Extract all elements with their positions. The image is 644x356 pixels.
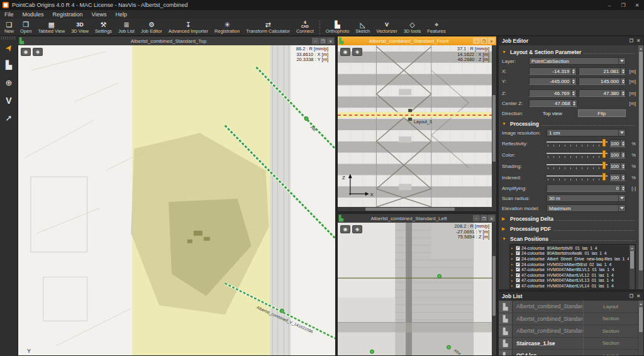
list-scrollbar[interactable]: ▲ [630, 245, 635, 289]
minimize-button[interactable]: – [602, 0, 616, 10]
scan-position-item[interactable]: ▸✔24-colourise_80Albertstlvl9_01_las_1_4 [511, 245, 629, 251]
spinner[interactable] [620, 174, 625, 181]
section-scan-positions[interactable]: ▼ Scan Positions [502, 234, 636, 243]
scan-position-item[interactable]: ▸✔47-colourise_HVM0047AlbertLVL12_01_las… [511, 272, 629, 278]
spinner[interactable] [620, 140, 625, 147]
left-view-canvas[interactable]: Albe [338, 223, 492, 355]
checkbox[interactable]: ✔ [516, 246, 520, 250]
spinner[interactable] [620, 163, 625, 169]
slider-handle[interactable] [602, 139, 606, 147]
scan-position-marker[interactable] [280, 309, 284, 313]
horizontal-scrollbar[interactable] [338, 207, 492, 211]
toolbar-connect[interactable]: 4 CAD Connect [293, 19, 317, 36]
expand-arrow-icon[interactable]: ▸ [511, 284, 514, 287]
layers-toggle[interactable]: ◈ [352, 225, 362, 233]
menu-registration[interactable]: Registration [48, 10, 87, 19]
viewport-front-titlebar[interactable]: ▙ Albertst_combined_Standard_Front – ❐ ✕ [338, 36, 496, 45]
expand-arrow-icon[interactable]: ▸ [511, 273, 514, 277]
viewport-top-titlebar[interactable]: ▙ Albertst_combined_Standard_Top – ❐ ✕ [18, 36, 335, 45]
scan-position-item[interactable]: ▸✔47-colourise_HVM0047AlbertBLVL1_01_las… [511, 267, 629, 272]
spinner[interactable] [620, 152, 625, 158]
toolbar-job-editor[interactable]: ⚙ Job Editor [138, 19, 165, 36]
checkbox[interactable]: ✔ [516, 257, 520, 261]
toolbar-features[interactable]: ⌖ Features [424, 19, 449, 36]
float-panel-button[interactable]: ❐ [630, 38, 633, 43]
toolbar-settings[interactable]: ⚒ Settings [92, 19, 115, 36]
select-cursor-icon[interactable]: ➤ [3, 42, 16, 53]
expand-arrow-icon[interactable]: ▸ [511, 279, 514, 282]
scan-position-item[interactable]: ▸✔24-colourise_80Albertstroofwalk_01_las… [511, 251, 629, 257]
toolbar-3d-tools[interactable]: ◇ 3D tools [401, 19, 425, 36]
point-registration-icon[interactable]: ➚ [6, 113, 13, 123]
scan-positions-toggle[interactable]: ◉ [21, 48, 31, 56]
y-max-field[interactable]: 145.000 [579, 77, 626, 85]
menu-file[interactable]: File [0, 10, 18, 19]
checkbox[interactable]: ✔ [516, 267, 520, 272]
scan-position-item[interactable]: ▸✔47-colourise_HVM0047AlbertLVL13_01_las… [511, 278, 629, 284]
scrollbar-thumb[interactable] [639, 52, 643, 270]
flip-button[interactable]: Flip [578, 109, 626, 117]
job-row[interactable]: ▙ OG4.lse Layout [499, 350, 638, 355]
section-processing-delta[interactable]: ▶ Processing Delta [502, 214, 636, 223]
expand-arrow-icon[interactable]: ▸ [511, 257, 514, 260]
scan-position-marker[interactable] [304, 117, 308, 121]
color-slider[interactable] [547, 150, 608, 159]
toolbar-orthophoto[interactable]: ▙ Orthophoto [323, 19, 353, 36]
checkbox[interactable]: ✔ [516, 284, 520, 288]
job-row[interactable]: ▙ Albertst_combined_Standard Layout [499, 301, 638, 313]
indexed-value[interactable]: 100 [609, 174, 626, 181]
job-row[interactable]: ▙ Albertst_combined_Standard Section [499, 325, 638, 338]
toolbar-job-list[interactable]: ≣ Job List [115, 19, 138, 36]
scroll-up-icon[interactable]: ▲ [630, 245, 635, 250]
menu-modules[interactable]: Modules [18, 10, 48, 19]
section-layout-parameter[interactable]: ▼ Layout & Section Parameter [502, 47, 636, 57]
menu-views[interactable]: Views [87, 10, 111, 19]
toolbar-transform-calculator[interactable]: ⇄ Transform Calculator [243, 19, 293, 36]
layer-dropdown[interactable]: PointCabSection [529, 57, 626, 65]
panel-scrollbar[interactable]: ▲ [638, 45, 643, 289]
scan-position-item[interactable]: ▸✔47-colourise_HVM0047AlbertBlvl2_01_las… [511, 289, 629, 289]
menu-help[interactable]: Help [111, 10, 131, 19]
scan-position-marker[interactable] [447, 345, 451, 349]
section-crosshair-icon[interactable]: ⊕ [6, 77, 13, 88]
job-editor-titlebar[interactable]: Job Editor ❐ ✕ [499, 36, 643, 45]
slider-handle[interactable] [602, 150, 606, 158]
scroll-up-icon[interactable]: ▲ [638, 301, 643, 306]
section-processing-pdf[interactable]: ▶ Processing PDF [502, 224, 636, 233]
viewport-minimize-button[interactable]: – [312, 38, 319, 44]
window-titlebar[interactable]: PointCab Origins 4.0 R 4 - MAC License -… [0, 0, 644, 10]
scan-radius-dropdown[interactable]: 30 m [547, 194, 626, 202]
scan-position-marker[interactable] [370, 350, 374, 353]
toolbar-registration[interactable]: ✳ Registration [211, 19, 243, 36]
scrollbar-thumb[interactable] [492, 256, 496, 316]
indexed-slider[interactable] [547, 173, 608, 182]
viewport-restore-button[interactable]: ❐ [319, 38, 326, 44]
viewport-close-button[interactable]: ✕ [327, 38, 334, 44]
scrollbar-thumb[interactable] [630, 251, 634, 269]
color-value[interactable]: 100 [609, 151, 626, 159]
job-list-titlebar[interactable]: Job List ❐ ✕ [499, 292, 643, 301]
scan-positions-toggle[interactable]: ◉ [340, 225, 350, 233]
close-panel-button[interactable]: ✕ [636, 38, 640, 43]
vertical-scrollbar[interactable] [492, 223, 496, 355]
panel-scrollbar[interactable]: ▲ [638, 301, 643, 355]
scan-positions-toggle[interactable]: ◉ [340, 48, 350, 56]
scan-position-item[interactable]: ▸✔47-colourise_HVM0047AlbertLVL14_01_las… [511, 283, 629, 289]
slider-handle[interactable] [602, 162, 606, 169]
job-row[interactable]: ▙ Staircase_1.lse Section [499, 338, 638, 350]
scan-position-item[interactable]: ▸✔24-colourise_Albert_Street_Drive_new-b… [511, 256, 629, 262]
y-min-field[interactable]: -445.000 [529, 77, 577, 85]
amplifying-field[interactable]: 0 [547, 184, 626, 192]
viewport-close-button[interactable]: ✕ [488, 215, 495, 221]
spinner[interactable] [620, 78, 625, 84]
toolbar-sketch[interactable]: ◺ Sketch [352, 19, 373, 36]
z-min-field[interactable]: 46.769 [529, 89, 577, 97]
shading-value[interactable]: 100 [609, 162, 626, 170]
section-handle-icon[interactable] [408, 109, 412, 112]
top-view-canvas[interactable]: Alb Albertst_combined_V_141631096 Y [18, 45, 335, 355]
expand-arrow-icon[interactable]: ▸ [511, 268, 514, 272]
spinner[interactable] [571, 90, 576, 96]
job-row[interactable]: ▙ Albertst_combined_Standard Section [499, 313, 638, 326]
section-processing[interactable]: ▼ Processing [502, 119, 636, 128]
layers-toggle[interactable]: ◈ [352, 48, 362, 56]
